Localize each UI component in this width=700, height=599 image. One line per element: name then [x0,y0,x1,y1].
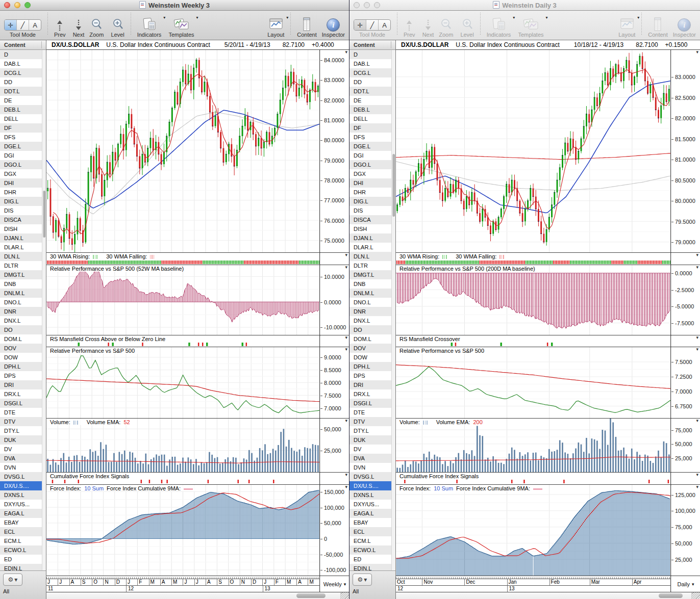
prev-button[interactable]: Prev [404,18,415,38]
panel-options-button[interactable]: ▾ [696,252,698,257]
list-item[interactable]: DGO.L [0,160,42,169]
action-gear-button[interactable]: ⚙▾ [353,574,372,586]
list-item[interactable]: DOV [349,344,391,353]
plot-rp-histogram[interactable]: Relative Performance vs S&P 500 (52W MA … [46,265,320,335]
list-item[interactable]: DLTR [0,261,42,270]
list-item[interactable]: ED [349,555,391,564]
list-item[interactable]: DGO.L [349,160,391,169]
list-item[interactable]: ED [0,555,42,564]
plot-wma-signal-strip[interactable]: 30 WMA Rising:30 WMA Falling: [396,253,671,265]
plot-volume[interactable]: Volume:Volume EMA:200 [396,419,671,472]
inspector-button[interactable]: i Inspector [673,18,696,38]
list-item[interactable]: DJAN.L [349,233,391,243]
scrollbar-thumb[interactable] [659,593,682,598]
sidebar-scrollbar[interactable] [42,50,46,570]
list-item[interactable]: DSGI.L [349,399,391,408]
list-item[interactable]: DGE.L [349,142,391,151]
list-item[interactable]: DUK [0,435,42,445]
list-item[interactable]: DLN.L [349,252,391,261]
list-item[interactable]: ECL [349,527,391,536]
list-item[interactable]: DNLM.L [349,289,391,298]
list-item[interactable]: DD [349,77,391,87]
list-item[interactable]: DGI [349,151,391,160]
list-item[interactable]: DV [349,445,391,454]
list-item[interactable]: DHI [349,178,391,188]
list-item[interactable]: DX/U.S.... [349,481,391,490]
list-item[interactable]: DLAR.L [349,243,391,252]
list-item[interactable]: DVN [349,463,391,472]
panel-options-button[interactable]: ▾ [345,472,347,477]
list-item[interactable]: DMGT.L [0,270,42,279]
resize-grip[interactable] [691,592,700,599]
crosshair-tool-button[interactable]: ✛ [354,20,366,30]
list-item[interactable]: EBAY [0,518,42,527]
plot-force-index[interactable]: Force Index:10 SumForce Index Cumulative… [46,485,320,576]
layout-button[interactable]: ▾ Layout [267,17,284,38]
list-item[interactable]: DCG.L [349,68,391,77]
list-item[interactable]: DV [0,445,42,454]
layout-button[interactable]: ▾ Layout [618,17,635,38]
list-item[interactable]: EAGA.L [349,509,391,518]
list-item[interactable]: DE [0,96,42,105]
list-item[interactable]: DIG.L [349,197,391,206]
list-item[interactable]: DTE [349,408,391,417]
list-item[interactable]: DISCA [0,215,42,224]
title-bar[interactable]: Weinstein Weekly 3 [0,0,349,11]
list-item[interactable]: DGX [0,169,42,178]
list-item[interactable]: DRI [0,380,42,389]
panel-options-button[interactable]: ▾ [345,252,347,257]
periodicity-button[interactable]: Weekly▾ [320,576,349,592]
list-item[interactable]: DFS [349,133,391,142]
zoom-in-button[interactable]: Level [460,18,473,38]
list-item[interactable]: DXY/US... [349,500,391,509]
list-item[interactable]: DISH [0,224,42,233]
horizontal-scrollbar[interactable] [396,592,700,599]
plot-mansfield-strip[interactable]: RS Mansfield Crossover [396,335,671,347]
list-item[interactable]: DIS [349,206,391,215]
panel-options-button[interactable]: ▾ [345,335,347,340]
plot-rp-line[interactable]: Relative Performance vs S&P 500 [396,347,671,418]
list-item[interactable]: DDT.L [349,87,391,96]
list-item[interactable]: DVSG.L [0,472,42,481]
panel-options-button[interactable]: ▾ [696,484,698,489]
prev-button[interactable]: Prev [54,18,66,38]
list-item[interactable]: DISH [349,224,391,233]
panel-options-button[interactable]: ▾ [696,335,698,340]
scrollbar-thumb[interactable] [296,593,326,598]
list-item[interactable]: DRI [349,380,391,389]
list-item[interactable]: DIS [0,206,42,215]
list-item[interactable]: DPS [349,371,391,380]
content-button[interactable]: Content [648,17,668,38]
list-item[interactable]: DTY.L [349,426,391,435]
list-item[interactable]: ECM.L [0,536,42,545]
list-item[interactable]: ECWO.L [0,545,42,555]
list-item[interactable]: DOM.L [0,334,42,344]
panel-options-button[interactable]: ▾ [696,472,698,477]
crosshair-tool-button[interactable]: ✛ [5,20,17,30]
list-item[interactable]: DPS [0,371,42,380]
text-tool-button[interactable]: A [29,20,41,30]
plot-price-chart[interactable] [46,50,320,252]
list-item[interactable]: DX/U.S.... [0,481,42,490]
list-item[interactable]: DLAR.L [0,243,42,252]
inspector-button[interactable]: i Inspector [322,18,345,38]
list-item[interactable]: DNB [0,279,42,289]
indicators-button[interactable]: ▾ Indicators [487,17,511,38]
plot-mansfield-strip[interactable]: RS Mansfield Cross Above or Below Zero L… [46,335,320,347]
list-item[interactable]: ECWO.L [349,545,391,555]
list-item[interactable]: DXY/US... [0,500,42,509]
plot-force-index[interactable]: Force Index:10 SumForce Index Cumulative… [396,485,671,576]
list-item[interactable]: DHR [349,188,391,197]
list-item[interactable]: DOW [349,353,391,362]
sidebar-scrollbar[interactable] [391,50,395,570]
zoom-in-button[interactable]: Level [111,18,124,38]
zoom-out-button[interactable]: Zoom [89,18,104,38]
list-item[interactable]: DO [349,325,391,334]
list-item[interactable]: DNR [349,307,391,316]
list-item[interactable]: DTV [0,417,42,426]
list-item[interactable]: DOW [0,353,42,362]
plot-cfi-strip[interactable]: Cumulative Force Index Signals [396,473,671,484]
list-item[interactable]: DNO.L [349,298,391,307]
list-item[interactable]: DOM.L [349,334,391,344]
list-item[interactable]: DHI [0,178,42,188]
